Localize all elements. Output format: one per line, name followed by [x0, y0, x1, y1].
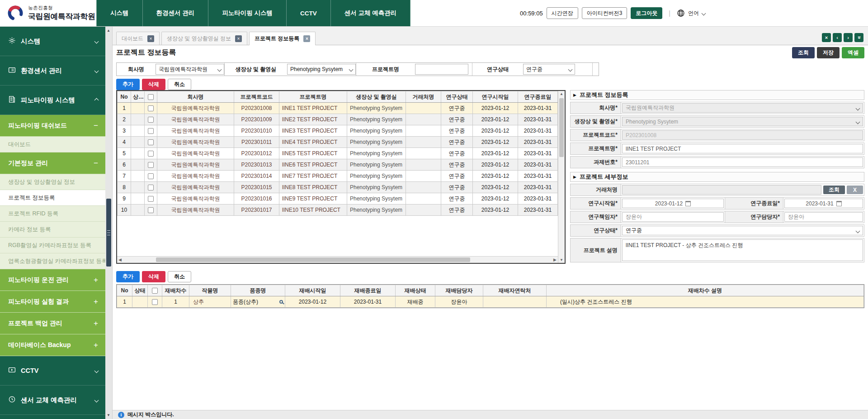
- delete-button[interactable]: 삭제: [142, 79, 165, 90]
- sidebar-leaf-8[interactable]: 프로젝트 RFID 등록: [0, 206, 105, 222]
- company-select[interactable]: 국립원예특작과학원: [622, 103, 863, 113]
- client-search-button[interactable]: 조회: [823, 186, 845, 194]
- add-button[interactable]: 추가: [116, 271, 140, 282]
- row-checkbox[interactable]: [152, 299, 158, 305]
- tab-2[interactable]: 프로젝트 정보등록 ×: [249, 32, 316, 45]
- sidebar-item-2[interactable]: 피노타이핑 시스템: [0, 86, 105, 115]
- scrollbar-thumb[interactable]: [156, 257, 470, 262]
- row-checkbox[interactable]: [148, 173, 154, 179]
- top-menu-item-1[interactable]: 환경센서 관리: [143, 0, 209, 26]
- search-icon[interactable]: [279, 300, 283, 304]
- project-desc-field[interactable]: lINE1 TEST PROJECT - 상추 건조스트레스 진행: [622, 239, 863, 261]
- sidebar-scrollbar[interactable]: ▲ ▼: [105, 27, 113, 419]
- row-checkbox[interactable]: [148, 105, 154, 111]
- table-row[interactable]: 8 국립원예특작과학원 P202301015 lINE8 TEST PROJEC…: [118, 182, 558, 193]
- collapse-all-icon[interactable]: «: [854, 33, 863, 42]
- add-button[interactable]: 추가: [116, 79, 140, 90]
- sidebar-group-14[interactable]: 프로젝트 백업 관리 +: [0, 313, 105, 334]
- table-row[interactable]: 10 국립원예특작과학원 P202301017 lINE10 TEST PROJ…: [118, 205, 558, 216]
- sidebar-item-17[interactable]: 센서 교체 예측관리: [0, 386, 105, 415]
- table-row[interactable]: 1 국립원예특작과학원 P202301008 lINE1 TEST PROJEC…: [118, 103, 558, 114]
- close-icon[interactable]: ×: [147, 35, 154, 42]
- table-row[interactable]: 6 국립원예특작과학원 P202301013 lINE6 TEST PROJEC…: [118, 159, 558, 171]
- scroll-up-icon[interactable]: ▲: [560, 92, 563, 96]
- sidebar-group-5[interactable]: 기본정보 관리 −: [0, 152, 105, 174]
- research-status-select[interactable]: 연구중: [622, 226, 863, 235]
- sidebar-leaf-11[interactable]: 엽록소형광촬영실 카메라좌표정보 등록: [0, 253, 105, 269]
- sidebar-group-3[interactable]: 피노타이핑 대쉬보드 −: [0, 115, 105, 137]
- row-checkbox[interactable]: [148, 207, 154, 213]
- sidebar-group-13[interactable]: 피노타이핑 실험 결과 +: [0, 291, 105, 313]
- next-tab-icon[interactable]: ›: [844, 33, 853, 42]
- search-button[interactable]: 조회: [792, 47, 815, 58]
- task-number-field[interactable]: 23011201: [622, 157, 863, 167]
- scrollbar-thumb[interactable]: [559, 98, 564, 157]
- close-icon[interactable]: ×: [235, 35, 242, 42]
- cancel-button[interactable]: 취소: [168, 271, 191, 282]
- extend-time-button[interactable]: 시간연장: [547, 7, 578, 19]
- table-row[interactable]: 3 국립원예특작과학원 P202301010 lINE3 TEST PROJEC…: [118, 125, 558, 137]
- table-row[interactable]: 1 1 상추 품종(상추) 2023-01-12 2023-01-31 재배중 …: [117, 296, 864, 308]
- vertical-scrollbar[interactable]: ▲ ▼: [558, 91, 565, 263]
- user-button[interactable]: 아이티컨버전3: [582, 7, 627, 19]
- row-checkbox[interactable]: [148, 162, 154, 168]
- save-button[interactable]: 저장: [817, 47, 840, 58]
- row-checkbox[interactable]: [148, 139, 154, 145]
- scroll-down-icon[interactable]: ▼: [560, 258, 563, 262]
- row-checkbox[interactable]: [148, 185, 154, 190]
- scroll-right-icon[interactable]: ▶: [553, 257, 557, 262]
- filter-status-select[interactable]: 연구중: [523, 64, 575, 75]
- prev-tab-icon[interactable]: ‹: [833, 33, 842, 42]
- sidebar-leaf-9[interactable]: 카메라 정보 등록: [0, 222, 105, 238]
- language-selector[interactable]: 언어: [677, 9, 705, 17]
- row-checkbox[interactable]: [148, 151, 154, 157]
- row-checkbox[interactable]: [148, 117, 154, 123]
- sidebar-leaf-6[interactable]: 생장상 및 영상촬영실 정보: [0, 174, 105, 190]
- logout-button[interactable]: 로그아웃: [631, 7, 662, 19]
- cancel-button[interactable]: 취소: [168, 79, 191, 90]
- scroll-left-icon[interactable]: ◀: [118, 257, 122, 262]
- client-clear-button[interactable]: X: [847, 186, 863, 194]
- sidebar-leaf-7[interactable]: 프로젝트 정보등록: [0, 190, 105, 206]
- top-menu-item-0[interactable]: 시스템: [96, 0, 143, 26]
- top-menu-item-2[interactable]: 피노타이핑 시스템: [208, 0, 287, 26]
- chamber-select[interactable]: Phenotyping Sysytem: [622, 117, 863, 126]
- sidebar-leaf-10[interactable]: RGB촬영실 카메라좌표정보 등록: [0, 238, 105, 253]
- row-checkbox[interactable]: [148, 128, 154, 134]
- close-icon[interactable]: ×: [822, 33, 831, 42]
- delete-button[interactable]: 삭제: [142, 271, 165, 282]
- end-date-field[interactable]: 2023-01-31: [784, 199, 863, 208]
- table-row[interactable]: 4 국립원예특작과학원 P202301011 lINE4 TEST PROJEC…: [118, 137, 558, 148]
- table-row[interactable]: 7 국립원예특작과학원 P202301014 lINE7 TEST PROJEC…: [118, 171, 558, 182]
- research-lead-field[interactable]: 장윤아: [622, 212, 724, 222]
- sidebar-item-16[interactable]: CCTV: [0, 356, 105, 386]
- excel-button[interactable]: 엑셀: [842, 47, 864, 58]
- sidebar-group-15[interactable]: 데이타베이스 Backup +: [0, 334, 105, 356]
- table-row[interactable]: 5 국립원예특작과학원 P202301012 lINE5 TEST PROJEC…: [118, 148, 558, 159]
- table-row[interactable]: 2 국립원예특작과학원 P202301009 lINE2 TEST PROJEC…: [118, 114, 558, 125]
- select-all-checkbox[interactable]: [148, 94, 154, 100]
- top-menu-item-3[interactable]: CCTV: [287, 0, 331, 26]
- tab-1[interactable]: 생장상 및 영상촬영실 정보 ×: [161, 32, 247, 45]
- calendar-icon[interactable]: [836, 201, 842, 206]
- sidebar-item-0[interactable]: 시스템: [0, 27, 105, 56]
- select-all-checkbox[interactable]: [152, 288, 158, 294]
- filter-company-select[interactable]: 국립원예특작과학원: [156, 64, 224, 75]
- research-manager-field[interactable]: 장윤아: [784, 212, 863, 222]
- calendar-icon[interactable]: [685, 201, 691, 206]
- scroll-up-icon[interactable]: ▲: [107, 29, 110, 33]
- sidebar-leaf-4[interactable]: 대쉬보드: [0, 137, 105, 152]
- tab-0[interactable]: 대쉬보드 ×: [116, 32, 160, 45]
- scroll-down-icon[interactable]: ▼: [107, 413, 110, 417]
- splitter-handle[interactable]: [106, 199, 111, 267]
- filter-project-input[interactable]: [415, 64, 468, 75]
- horizontal-scrollbar[interactable]: ◀ ▶: [117, 256, 558, 263]
- filter-chamber-select[interactable]: Phenotyping Sysytem: [287, 64, 356, 75]
- project-name-field[interactable]: lINE1 TEST PROJECT: [622, 144, 863, 153]
- top-menu-item-4[interactable]: 센서 교체 예측관리: [331, 0, 411, 26]
- row-checkbox[interactable]: [148, 196, 154, 202]
- start-date-field[interactable]: 2023-01-12: [622, 199, 724, 208]
- table-row[interactable]: 9 국립원예특작과학원 P202301016 lINE9 TEST PROJEC…: [118, 193, 558, 205]
- sidebar-item-1[interactable]: 환경센서 관리: [0, 56, 105, 86]
- sidebar-group-12[interactable]: 피노타이핑 운전 관리 +: [0, 269, 105, 291]
